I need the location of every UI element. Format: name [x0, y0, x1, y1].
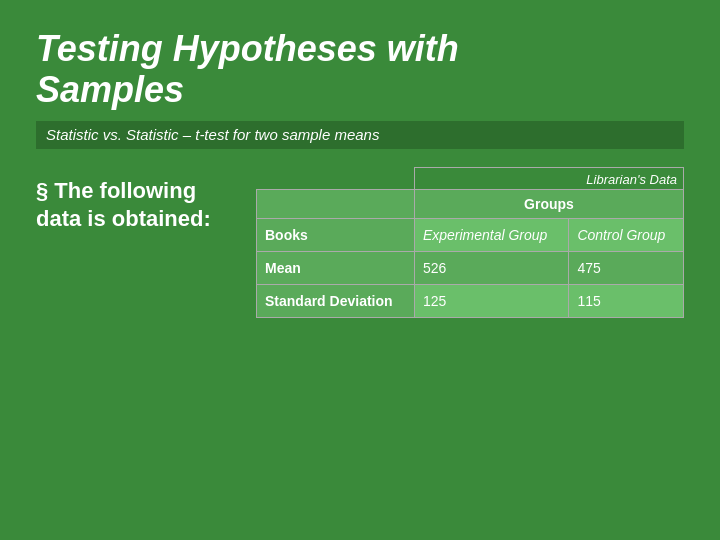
mean-control-cell: 475 [569, 251, 684, 284]
mean-label-cell: Mean [257, 251, 415, 284]
books-label-cell: Books [257, 218, 415, 251]
librarian-header-row: Librarian's Data [257, 167, 684, 189]
title-line1: Testing Hypotheses with [36, 28, 459, 69]
mean-experimental-cell: 526 [414, 251, 569, 284]
data-table: Librarian's Data Groups Books Experiment… [256, 167, 684, 318]
groups-empty-cell [257, 189, 415, 218]
control-group-cell: Control Group [569, 218, 684, 251]
librarian-label-cell: Librarian's Data [414, 167, 683, 189]
subtitle-bar: Statistic vs. Statistic – t-test for two… [36, 121, 684, 149]
sd-experimental-cell: 125 [414, 284, 569, 317]
sd-control-cell: 115 [569, 284, 684, 317]
sd-row: Standard Deviation 125 115 [257, 284, 684, 317]
groups-label-cell: Groups [414, 189, 683, 218]
librarian-empty-cell [257, 167, 415, 189]
sd-label-cell: Standard Deviation [257, 284, 415, 317]
slide: Testing Hypotheses with Samples Statisti… [0, 0, 720, 540]
subtitle-text: Statistic vs. Statistic – t-test for two… [46, 126, 379, 143]
books-row: Books Experimental Group Control Group [257, 218, 684, 251]
mean-row: Mean 526 475 [257, 251, 684, 284]
experimental-group-cell: Experimental Group [414, 218, 569, 251]
title-line2: Samples [36, 69, 184, 110]
content-area: The following data is obtained: Libraria… [36, 167, 684, 318]
bullet-text: The following data is obtained: [36, 167, 236, 234]
data-table-container: Librarian's Data Groups Books Experiment… [256, 167, 684, 318]
groups-row: Groups [257, 189, 684, 218]
slide-title: Testing Hypotheses with Samples [36, 28, 684, 111]
